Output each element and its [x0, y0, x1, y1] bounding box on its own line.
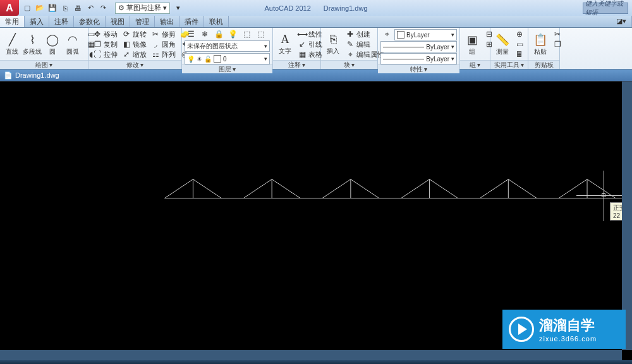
color-dropdown[interactable]: ByLayer▾	[394, 29, 457, 40]
copy-button[interactable]: ❐复制	[91, 39, 119, 49]
tab-output[interactable]: 输出	[155, 16, 179, 27]
group-button[interactable]: ▣组	[463, 29, 482, 59]
measure-icon: 📏	[495, 33, 509, 47]
dim-linear-button[interactable]: ⟷线性	[296, 29, 324, 39]
search-placeholder: 键入关键字或短语	[585, 0, 626, 17]
line-button[interactable]: ╱直线	[3, 29, 21, 59]
layer-btn2[interactable]: ❄	[198, 29, 211, 39]
print-icon[interactable]: 🖶	[72, 3, 83, 14]
app-menu-icon[interactable]: A	[0, 0, 19, 16]
line-icon: ╱	[9, 33, 16, 47]
tab-expand-icon[interactable]: ◪▾	[611, 16, 632, 27]
util-btn1[interactable]: ⊕	[513, 29, 526, 39]
save-icon[interactable]: 💾	[47, 3, 58, 14]
fillet-button[interactable]: ◞圆角	[149, 39, 177, 49]
panel-block-title[interactable]: 块 ▾	[321, 60, 377, 69]
open-icon[interactable]: 📂	[34, 3, 46, 14]
stretch-icon: ⛶	[92, 50, 102, 59]
panel-group-title[interactable]: 组 ▾	[460, 60, 490, 69]
saveas-icon[interactable]: ⎘	[59, 3, 71, 14]
chevron-down-icon: ▾	[264, 56, 267, 62]
circle-icon: ◯	[46, 33, 59, 47]
tab-insert[interactable]: 插入	[25, 16, 49, 27]
panel-group: ▣组 ⊟ ⊞ 组 ▾	[460, 28, 490, 69]
title-center: AutoCAD 2012 Drawing1.dwg	[264, 4, 367, 12]
move-button[interactable]: ✥移动	[91, 29, 119, 39]
tab-annotate[interactable]: 注释	[49, 16, 74, 27]
panel-util-title[interactable]: 实用工具 ▾	[490, 60, 528, 69]
layer-btn3[interactable]: 🔒	[212, 29, 225, 39]
help-search-input[interactable]: 键入关键字或短语	[583, 3, 628, 14]
file-title: Drawing1.dwg	[324, 4, 368, 12]
tab-parametric[interactable]: 参数化	[74, 16, 106, 27]
ribbon-tabs: 常用 插入 注释 参数化 视图 管理 输出 插件 联机 ◪▾	[0, 16, 632, 28]
util-btn3[interactable]: 🖩	[513, 49, 526, 59]
util-btn2[interactable]: ▭	[513, 39, 526, 49]
redo-icon[interactable]: ↷	[97, 3, 109, 14]
circle-button[interactable]: ◯圆	[43, 29, 62, 59]
watermark: 溜溜自学 zixue.3d66.com	[502, 310, 626, 349]
panel-layer: ☰ ❄ 🔒 💡 ⬚ ⬚ 未保存的图层状态▾ 💡☀🔓0▾ 图层 ▾	[182, 28, 273, 69]
panel-modify-title[interactable]: 修改 ▾	[88, 60, 181, 69]
horizontal-scrollbar[interactable]	[0, 350, 622, 360]
table-button[interactable]: ▦表格	[296, 49, 324, 59]
app-title: AutoCAD 2012	[264, 4, 310, 12]
polyline-button[interactable]: ⌇多段线	[23, 29, 42, 59]
document-tab[interactable]: 📄 Drawing1.dwg	[0, 70, 632, 82]
linetype-dropdown[interactable]: ByLayer▾	[380, 53, 457, 64]
cursor-pickbox	[602, 193, 605, 197]
layer-current-dropdown[interactable]: 💡☀🔓0▾	[185, 53, 270, 64]
leader-button[interactable]: ↙引线	[296, 39, 324, 49]
paste-button[interactable]: 📋粘贴	[531, 29, 550, 59]
panel-prop-title[interactable]: 特性 ▾	[378, 64, 459, 73]
stretch-button[interactable]: ⛶拉伸	[91, 49, 119, 59]
new-icon[interactable]: ▢	[21, 3, 33, 14]
cut-button[interactable]: ✂	[551, 29, 564, 39]
array-button[interactable]: ⚏阵列	[149, 49, 177, 59]
rotate-button[interactable]: ⟳旋转	[120, 29, 148, 39]
group-icon: ▣	[467, 33, 478, 47]
mirror-icon: ◧	[121, 40, 131, 49]
lineweight-dropdown[interactable]: ByLayer▾	[380, 41, 457, 52]
panel-annot-title[interactable]: 注释 ▾	[273, 60, 320, 69]
scale-icon: ⤢	[121, 50, 131, 59]
tab-plugins[interactable]: 插件	[179, 16, 204, 27]
copy-clip-button[interactable]: ❐	[551, 39, 564, 49]
tab-home[interactable]: 常用	[0, 16, 25, 27]
paste-icon: 📋	[533, 33, 547, 47]
undo-icon[interactable]: ↶	[85, 3, 96, 14]
trim-button[interactable]: ✂修剪	[149, 29, 177, 39]
insert-block-button[interactable]: ⎘插入	[324, 29, 343, 59]
panel-modify: ✥移动 ❐复制 ⛶拉伸 ⟳旋转 ◧镜像 ⤢缩放 ✂修剪 ◞圆角 ⚏阵列 🧽 ✦ …	[88, 28, 182, 69]
layer-state-dropdown[interactable]: 未保存的图层状态▾	[185, 40, 270, 52]
bulb-icon: 💡	[187, 56, 195, 63]
workspace-selector[interactable]: ⚙ 草图与注释 ▾	[115, 3, 170, 14]
panel-draw-title[interactable]: 绘图 ▾	[0, 60, 88, 69]
tab-view[interactable]: 视图	[106, 16, 130, 27]
qat-dropdown-icon[interactable]: ▾	[173, 3, 184, 14]
panel-clip-title[interactable]: 剪贴板	[528, 60, 559, 69]
scale-button[interactable]: ⤢缩放	[120, 49, 148, 59]
match-props-button[interactable]: ⌖	[380, 29, 393, 39]
measure-button[interactable]: 📏测量	[493, 29, 512, 59]
text-icon: A	[281, 33, 289, 46]
mirror-button[interactable]: ◧镜像	[120, 39, 148, 49]
copy-icon: ❐	[552, 40, 562, 49]
create-icon: ✚	[345, 30, 355, 39]
arc-button[interactable]: ◠圆弧	[63, 29, 82, 59]
leader-icon: ↙	[297, 40, 307, 49]
fillet-icon: ◞	[150, 40, 161, 49]
panel-layer-title[interactable]: 图层 ▾	[182, 64, 272, 73]
gear-icon: ⚙	[118, 4, 125, 12]
tab-online[interactable]: 联机	[204, 16, 229, 27]
layer-props-button[interactable]: ☰	[185, 29, 197, 39]
lock-icon: 🔓	[204, 56, 212, 63]
layer-btn6[interactable]: ⬚	[254, 29, 267, 39]
tab-manage[interactable]: 管理	[130, 16, 155, 27]
watermark-name: 溜溜自学	[539, 316, 597, 335]
layer-btn5[interactable]: ⬚	[240, 29, 253, 39]
cut-icon: ✂	[552, 30, 562, 39]
text-button[interactable]: A文字	[276, 29, 295, 59]
array-icon: ⚏	[150, 50, 161, 59]
layer-btn4[interactable]: 💡	[226, 29, 239, 39]
